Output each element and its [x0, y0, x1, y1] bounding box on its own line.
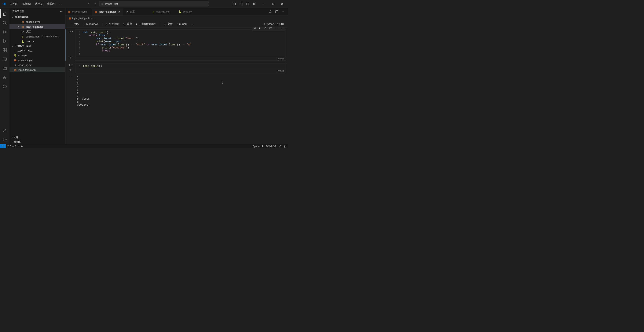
layout-sidebar-left-icon[interactable]: [231, 1, 237, 7]
indentation-indicator[interactable]: Spaces: 4: [253, 145, 263, 148]
ports-indicator[interactable]: ᯤ0: [18, 145, 22, 148]
command-center[interactable]: python_test: [99, 1, 209, 6]
bracket-icon[interactable]: { }: [284, 145, 286, 148]
editor-tab[interactable]: ⚙ 设置: [123, 8, 150, 15]
notifications-icon[interactable]: [279, 145, 282, 148]
nav-forward-icon[interactable]: [93, 1, 97, 6]
run-all-button[interactable]: ▷全部运行: [104, 21, 121, 26]
breadcrumb[interactable]: ▦ input_test.ipynb …: [66, 16, 288, 21]
cell-editor[interactable]: 12345678 def test_input(): while True: u…: [75, 29, 286, 61]
layout-sidebar-right-icon[interactable]: [245, 1, 251, 7]
sidebar-more-icon[interactable]: ⋯: [60, 10, 62, 13]
add-code-cell-button[interactable]: ＋代码: [68, 21, 80, 26]
editor-tab[interactable]: ▦ input_test.ipynb ✕: [92, 8, 123, 15]
run-settings-icon[interactable]: [268, 9, 273, 14]
menu-select[interactable]: 选择(S): [33, 1, 45, 7]
open-editor-item[interactable]: 🐍 code.py: [10, 39, 65, 44]
variables-icon: ▭: [164, 22, 166, 25]
menu-more[interactable]: …: [58, 1, 64, 7]
notebook-body[interactable]: ⋯ [1] 12345678 def test_input(): while T…: [66, 27, 288, 144]
run-cell-button[interactable]: [68, 64, 73, 66]
add-markdown-cell-button[interactable]: ＋Markdown: [81, 21, 100, 26]
menu-file[interactable]: 文件(F): [8, 1, 20, 7]
nav-back-icon[interactable]: [87, 1, 91, 6]
remote-indicator[interactable]: [0, 144, 6, 149]
window-close-icon[interactable]: [278, 1, 286, 7]
svg-rect-20: [4, 77, 4, 78]
clear-outputs-button[interactable]: ≡✕清除所有输出: [134, 21, 158, 26]
cell-language[interactable]: Python: [75, 57, 286, 60]
text-cursor-icon: [221, 80, 224, 84]
menubar: 文件(F) 编辑(E) 选择(S) 查看(V) …: [8, 1, 64, 7]
code-content[interactable]: test_input(): [83, 65, 286, 68]
cell-toolbar: ⋯: [252, 27, 284, 31]
tree-file[interactable]: ▦ input_test.ipynb: [10, 67, 65, 72]
code-cell[interactable]: ⋯ [1] 12345678 def test_input(): while T…: [66, 29, 286, 61]
problems-indicator[interactable]: ⓧ0 ⚠0: [7, 145, 16, 148]
svg-point-8: [3, 21, 6, 24]
close-icon[interactable]: ✕: [118, 10, 120, 13]
svg-point-12: [3, 42, 4, 43]
activity-explorer-icon[interactable]: [0, 9, 9, 18]
split-cell-icon[interactable]: [268, 27, 273, 30]
menu-view[interactable]: 查看(V): [45, 1, 57, 7]
open-editor-item[interactable]: ⚙ 设置: [10, 29, 65, 34]
plus-icon: ＋: [82, 22, 85, 26]
activity-search-icon[interactable]: [0, 18, 9, 27]
activity-chatgpt-icon[interactable]: [0, 82, 9, 91]
output-menu-icon[interactable]: ⋯: [70, 76, 72, 78]
editor-tab[interactable]: 🐍 code.py: [176, 8, 203, 15]
activity-scm-icon[interactable]: [0, 27, 9, 36]
code-content[interactable]: def test_input(): while True: user_input…: [83, 31, 286, 55]
execute-above-icon[interactable]: [258, 27, 263, 30]
cell-position-indicator[interactable]: 单元格 1/2: [266, 145, 276, 148]
cell-language[interactable]: Python: [75, 69, 286, 73]
run-by-line-icon[interactable]: [252, 27, 257, 30]
activity-account-icon[interactable]: [0, 126, 9, 135]
more-actions-icon[interactable]: ⋯: [281, 9, 286, 14]
cell-editor[interactable]: 1 test_input() Python: [75, 63, 286, 73]
editor-tab[interactable]: ▦ encode.ipynb: [66, 8, 92, 15]
activity-extensions-icon[interactable]: [0, 46, 9, 55]
open-editor-item[interactable]: ✕ ▦ input_test.ipynb: [10, 24, 65, 29]
separator: [102, 22, 102, 26]
outline-button[interactable]: ⋮≡大纲: [175, 21, 188, 26]
code-cell[interactable]: [2] 1 test_input() Python: [66, 63, 286, 73]
editor-tab[interactable]: {} settings.json: [150, 8, 176, 15]
run-cell-button[interactable]: [68, 30, 73, 33]
activity-debug-icon[interactable]: [0, 36, 9, 46]
split-editor-icon[interactable]: [274, 9, 280, 14]
activity-settings-icon[interactable]: [0, 135, 9, 144]
restart-icon: ↻: [123, 22, 126, 25]
activity-docker-icon[interactable]: [0, 73, 9, 82]
menu-edit[interactable]: 编辑(E): [21, 1, 32, 7]
activity-remote-icon[interactable]: [0, 55, 9, 64]
restart-button[interactable]: ↻重启: [122, 21, 134, 26]
customize-layout-icon[interactable]: [252, 1, 258, 7]
window-minimize-icon[interactable]: [260, 1, 269, 7]
close-icon[interactable]: ✕: [17, 25, 20, 28]
output-text[interactable]: 1 2 3 4 5 6 7 8 7loss q Goodbye!: [75, 75, 286, 107]
delete-cell-icon[interactable]: [279, 27, 284, 30]
python-icon: 🐍: [21, 40, 24, 43]
tree-file[interactable]: 🐍 code.py: [10, 53, 65, 58]
timeline-header[interactable]: › 时间线: [10, 140, 65, 144]
cell-more-icon[interactable]: ⋯: [274, 27, 278, 30]
execute-below-icon[interactable]: [263, 27, 268, 30]
open-editors-header[interactable]: ⌄ 打开的编辑器: [10, 15, 65, 19]
variables-button[interactable]: ▭变量: [162, 21, 174, 26]
outline-header[interactable]: › 大纲: [10, 135, 65, 140]
open-editor-item[interactable]: {} settings.json C:\Users\Admin\...: [10, 34, 65, 39]
tree-folder[interactable]: › __pycache__: [10, 48, 65, 53]
open-editor-item[interactable]: ▦ encode.ipynb: [10, 19, 65, 24]
activity-folder-icon[interactable]: [0, 64, 9, 73]
more-button[interactable]: …: [189, 22, 195, 26]
window-maximize-icon[interactable]: [269, 1, 278, 7]
svg-rect-4: [254, 3, 254, 4]
folder-root-header[interactable]: ⌄ PYTHON_TEST: [10, 44, 65, 48]
tree-file[interactable]: ▦ encode.ipynb: [10, 58, 65, 62]
svg-rect-16: [5, 48, 7, 50]
kernel-picker[interactable]: Python 3.10.10: [260, 22, 285, 26]
layout-panel-icon[interactable]: [238, 1, 244, 7]
tree-file[interactable]: ≡ error_log.txt: [10, 62, 65, 67]
